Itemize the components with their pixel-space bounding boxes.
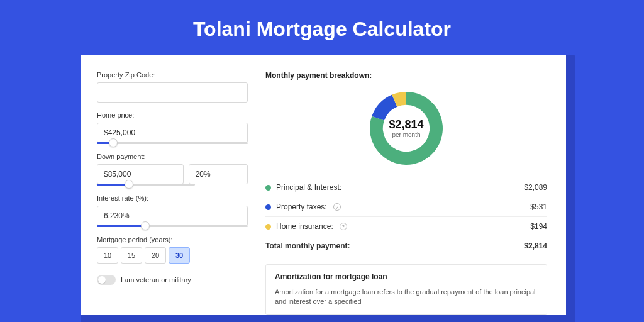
home-price-label: Home price: <box>97 111 248 119</box>
total-label: Total monthly payment: <box>265 242 350 250</box>
down-payment-pct-input[interactable] <box>189 164 248 184</box>
veteran-row: I am veteran or military <box>97 275 248 285</box>
donut-chart-wrap: $2,814 per month <box>265 87 547 178</box>
zip-input[interactable] <box>97 82 248 103</box>
interest-input[interactable] <box>97 206 248 226</box>
slider-thumb-icon[interactable] <box>141 221 150 230</box>
breakdown-title: Monthly payment breakdown: <box>265 71 547 80</box>
breakdown-column: Monthly payment breakdown: $2,814 per mo… <box>265 71 547 315</box>
help-icon[interactable]: ? <box>340 223 347 230</box>
down-payment-slider[interactable] <box>97 184 195 186</box>
help-icon[interactable]: ? <box>333 203 341 211</box>
donut-amount: $2,814 <box>389 118 423 131</box>
down-payment-label: Down payment: <box>97 153 248 160</box>
legend-label: Property taxes: <box>276 203 327 211</box>
calculator-card: Property Zip Code: Home price: Down paym… <box>80 55 566 315</box>
zip-row: Property Zip Code: <box>97 71 248 103</box>
dot-icon <box>265 224 271 230</box>
slider-thumb-icon[interactable] <box>109 138 118 147</box>
legend-row-taxes: Property taxes: ? $531 <box>265 197 547 217</box>
home-price-input[interactable] <box>97 123 248 143</box>
legend-row-principal: Principal & Interest: $2,089 <box>265 178 547 197</box>
legend-label: Home insurance: <box>276 222 333 231</box>
period-row-wrap: Mortgage period (years): 10 15 20 30 <box>97 236 248 264</box>
total-value: $2,814 <box>524 242 547 250</box>
amortization-box: Amortization for mortgage loan Amortizat… <box>265 264 547 315</box>
donut-chart: $2,814 per month <box>368 90 445 167</box>
period-30-button[interactable]: 30 <box>169 247 190 264</box>
amortization-title: Amortization for mortgage loan <box>275 272 538 281</box>
period-label: Mortgage period (years): <box>97 236 248 243</box>
interest-row: Interest rate (%): <box>97 194 248 227</box>
veteran-label: I am veteran or military <box>121 276 191 284</box>
page-title: Tolani Mortgage Calculator <box>0 0 644 55</box>
home-price-row: Home price: <box>97 111 248 144</box>
legend-row-insurance: Home insurance: ? $194 <box>265 217 547 236</box>
legend-label: Principal & Interest: <box>276 183 341 192</box>
legend: Principal & Interest: $2,089 Property ta… <box>265 178 547 255</box>
legend-value: $531 <box>530 203 547 211</box>
period-buttons: 10 15 20 30 <box>97 247 248 264</box>
legend-value: $2,089 <box>524 183 547 192</box>
dot-icon <box>265 185 271 191</box>
form-column: Property Zip Code: Home price: Down paym… <box>97 71 248 315</box>
period-20-button[interactable]: 20 <box>145 247 166 264</box>
legend-value: $194 <box>530 222 547 231</box>
home-price-slider[interactable] <box>97 142 248 144</box>
interest-slider[interactable] <box>97 225 248 227</box>
card-shadow: Property Zip Code: Home price: Down paym… <box>80 55 575 322</box>
down-payment-input[interactable] <box>97 164 184 184</box>
period-15-button[interactable]: 15 <box>121 247 142 264</box>
down-payment-row: Down payment: <box>97 153 248 186</box>
legend-row-total: Total monthly payment: $2,814 <box>265 236 547 255</box>
zip-label: Property Zip Code: <box>97 71 248 79</box>
dot-icon <box>265 204 271 210</box>
donut-sub: per month <box>392 131 420 138</box>
amortization-text: Amortization for a mortgage loan refers … <box>275 287 538 307</box>
period-10-button[interactable]: 10 <box>97 247 118 264</box>
interest-label: Interest rate (%): <box>97 194 248 202</box>
donut-center: $2,814 per month <box>368 90 445 167</box>
veteran-toggle[interactable] <box>97 275 116 285</box>
slider-thumb-icon[interactable] <box>125 180 133 189</box>
